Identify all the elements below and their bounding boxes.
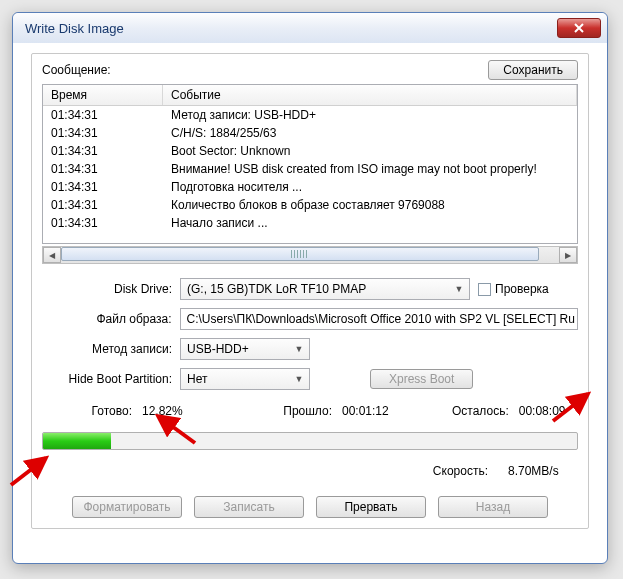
verify-label: Проверка bbox=[495, 282, 549, 296]
write-disk-image-window: Write Disk Image Сообщение: Сохранить Вр… bbox=[12, 12, 608, 564]
log-header[interactable]: Время Событие bbox=[43, 85, 577, 106]
elapsed-value: 00:01:12 bbox=[342, 404, 389, 418]
scroll-right-button[interactable]: ▶ bbox=[559, 247, 577, 263]
log-row[interactable]: 01:34:31C/H/S: 1884/255/63 bbox=[43, 124, 577, 142]
window-title: Write Disk Image bbox=[25, 21, 557, 36]
main-frame: Сообщение: Сохранить Время Событие 01:34… bbox=[31, 53, 589, 529]
chevron-down-icon: ▼ bbox=[291, 374, 307, 384]
progress-bar bbox=[42, 432, 578, 450]
log-list[interactable]: Время Событие 01:34:31Метод записи: USB-… bbox=[42, 84, 578, 244]
speed-value: 8.70MB/s bbox=[508, 464, 578, 478]
log-time: 01:34:31 bbox=[43, 196, 163, 214]
log-time: 01:34:31 bbox=[43, 106, 163, 124]
log-row[interactable]: 01:34:31Метод записи: USB-HDD+ bbox=[43, 106, 577, 124]
log-event: Внимание! USB disk created from ISO imag… bbox=[163, 160, 577, 178]
disk-drive-select[interactable]: (G:, 15 GB)TDK LoR TF10 PMAP ▼ bbox=[180, 278, 470, 300]
remain-label: Осталось: bbox=[452, 404, 509, 418]
log-event: Начало записи ... bbox=[163, 214, 577, 232]
back-button[interactable]: Назад bbox=[438, 496, 548, 518]
disk-drive-label: Disk Drive: bbox=[42, 282, 180, 296]
image-file-label: Файл образа: bbox=[42, 312, 180, 326]
log-row[interactable]: 01:34:31Boot Sector: Unknown bbox=[43, 142, 577, 160]
verify-checkbox-wrap[interactable]: Проверка bbox=[478, 282, 549, 296]
log-event: Количество блоков в образе составляет 97… bbox=[163, 196, 577, 214]
log-time: 01:34:31 bbox=[43, 142, 163, 160]
close-icon bbox=[574, 23, 584, 33]
chevron-down-icon: ▼ bbox=[451, 284, 467, 294]
log-event: Boot Sector: Unknown bbox=[163, 142, 577, 160]
log-time: 01:34:31 bbox=[43, 214, 163, 232]
log-row[interactable]: 01:34:31Подготовка носителя ... bbox=[43, 178, 577, 196]
horizontal-scrollbar[interactable]: ◀ ▶ bbox=[42, 246, 578, 264]
window-content: Сообщение: Сохранить Время Событие 01:34… bbox=[13, 43, 607, 543]
log-row[interactable]: 01:34:31Внимание! USB disk created from … bbox=[43, 160, 577, 178]
close-button[interactable] bbox=[557, 18, 601, 38]
chevron-down-icon: ▼ bbox=[291, 344, 307, 354]
log-time: 01:34:31 bbox=[43, 160, 163, 178]
elapsed-label: Прошло: bbox=[272, 404, 332, 418]
scroll-track[interactable] bbox=[61, 247, 559, 263]
speed-label: Скорость: bbox=[433, 464, 488, 478]
format-button[interactable]: Форматировать bbox=[72, 496, 182, 518]
log-event: Подготовка носителя ... bbox=[163, 178, 577, 196]
progress-fill bbox=[43, 433, 111, 449]
write-method-label: Метод записи: bbox=[42, 342, 180, 356]
hide-boot-select[interactable]: Нет ▼ bbox=[180, 368, 310, 390]
log-event: Метод записи: USB-HDD+ bbox=[163, 106, 577, 124]
titlebar[interactable]: Write Disk Image bbox=[13, 13, 607, 43]
abort-button[interactable]: Прервать bbox=[316, 496, 426, 518]
ready-label: Готово: bbox=[42, 404, 132, 418]
log-time: 01:34:31 bbox=[43, 178, 163, 196]
remain-value: 00:08:09 bbox=[519, 404, 566, 418]
write-method-select[interactable]: USB-HDD+ ▼ bbox=[180, 338, 310, 360]
ready-value: 12.82% bbox=[142, 404, 183, 418]
scroll-left-button[interactable]: ◀ bbox=[43, 247, 61, 263]
log-row[interactable]: 01:34:31Начало записи ... bbox=[43, 214, 577, 232]
hide-boot-label: Hide Boot Partition: bbox=[42, 372, 180, 386]
write-button[interactable]: Записать bbox=[194, 496, 304, 518]
log-time: 01:34:31 bbox=[43, 124, 163, 142]
log-header-time[interactable]: Время bbox=[43, 85, 163, 105]
log-row[interactable]: 01:34:31Количество блоков в образе соста… bbox=[43, 196, 577, 214]
log-header-event[interactable]: Событие bbox=[163, 85, 577, 105]
verify-checkbox[interactable] bbox=[478, 283, 491, 296]
message-label: Сообщение: bbox=[42, 63, 488, 77]
scroll-thumb[interactable] bbox=[61, 247, 539, 261]
save-button[interactable]: Сохранить bbox=[488, 60, 578, 80]
log-event: C/H/S: 1884/255/63 bbox=[163, 124, 577, 142]
xpress-boot-button[interactable]: Xpress Boot bbox=[370, 369, 473, 389]
image-file-input[interactable]: C:\Users\ПК\Downloads\Microsoft Office 2… bbox=[180, 308, 579, 330]
